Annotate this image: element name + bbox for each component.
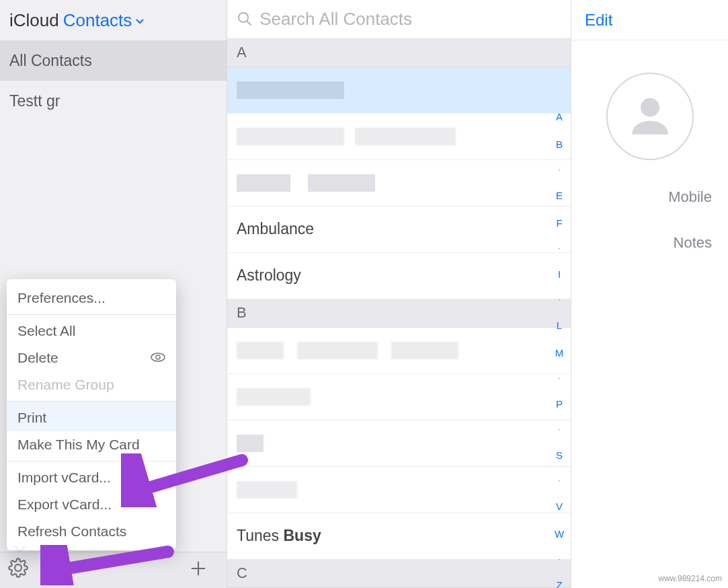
redacted-name [391,342,458,359]
search-field[interactable] [227,0,571,39]
alpha-index-letter[interactable]: S [556,449,563,461]
menu-rename-group: Rename Group [7,371,176,398]
detail-toolbar: Edit [571,0,728,40]
settings-popover: Preferences... Select All Delete Rename … [7,279,176,550]
contact-name: Tunes Busy [237,527,321,545]
alpha-index-letter[interactable]: Z [556,579,562,588]
redacted-name [355,128,456,145]
svg-point-1 [156,355,160,359]
alpha-index-letter[interactable]: A [556,111,563,122]
redacted-name [237,81,344,99]
alpha-index-letter[interactable]: E [556,190,563,201]
menu-delete[interactable]: Delete [7,344,176,371]
search-icon [237,10,253,28]
svg-point-6 [641,98,659,117]
menu-make-my-card[interactable]: Make This My Card [7,431,176,458]
brand-label: iCloud [9,10,59,31]
menu-refresh-contacts[interactable]: Refresh Contacts [7,518,176,545]
sidebar: iCloud Contacts All Contacts Testt gr Pr… [0,0,227,588]
alpha-index-letter[interactable]: · [559,296,561,303]
notes-field-label: Notes [571,234,728,252]
search-input[interactable] [259,9,571,30]
alpha-index-letter[interactable]: M [555,347,564,359]
alpha-index-letter[interactable]: · [559,375,561,382]
contact-name: Astrology [237,266,301,285]
section-dropdown[interactable]: Contacts [63,10,146,31]
contact-detail: Edit Mobile Notes [571,0,728,588]
contact-row[interactable]: Ambulance [227,207,571,253]
alpha-index-letter[interactable]: V [556,501,563,512]
sidebar-item-all-contacts[interactable]: All Contacts [0,40,227,81]
sidebar-header: iCloud Contacts [0,0,227,40]
section-label: Contacts [63,10,132,31]
svg-line-5 [247,21,251,25]
redacted-name [308,174,375,192]
mobile-field-label: Mobile [571,188,728,206]
contact-name: Ambulance [237,220,314,238]
contact-list: A Ambulance Astrology B [227,0,571,588]
sidebar-item-label: All Contacts [9,52,92,70]
alpha-index-letter[interactable]: I [558,268,561,280]
redacted-name [237,435,264,452]
alpha-index-letter[interactable]: · [559,556,561,563]
alpha-index-letter[interactable]: B [556,139,563,150]
contact-row[interactable] [227,374,571,420]
contact-row[interactable] [227,420,571,467]
menu-preferences[interactable]: Preferences... [7,285,176,311]
contact-row[interactable] [227,467,571,513]
alpha-index-letter[interactable]: W [555,528,564,540]
alpha-index-letter[interactable]: L [557,320,562,331]
contact-row[interactable] [227,67,571,114]
sidebar-footer [0,552,227,588]
alpha-index-letter[interactable]: · [559,477,561,484]
alpha-index-letter[interactable]: F [556,217,562,229]
section-header-b: B [227,299,571,328]
redacted-name [237,174,290,192]
eye-icon [151,351,165,365]
section-header-c: C [227,560,571,588]
contact-row[interactable]: Tunes Busy [227,513,571,560]
redacted-name [237,388,311,406]
svg-point-0 [151,353,165,361]
add-icon[interactable] [189,557,208,583]
contact-row[interactable] [227,328,571,374]
alpha-index-letter[interactable]: · [559,245,561,252]
menu-export-vcard[interactable]: Export vCard... [7,491,176,518]
avatar-wrap [571,40,728,160]
contact-row[interactable]: Astrology [227,253,571,299]
section-header-a: A [227,39,571,67]
alpha-index-letter[interactable]: · [559,426,561,433]
menu-import-vcard[interactable]: Import vCard... [7,461,176,491]
avatar-placeholder [606,73,694,160]
redacted-name [237,128,344,145]
watermark: www.989214.com [656,573,724,584]
redacted-name [297,342,378,359]
edit-button[interactable]: Edit [585,11,612,30]
alpha-index-letter[interactable]: · [559,166,561,174]
contact-row[interactable] [227,160,571,207]
menu-select-all[interactable]: Select All [7,314,176,344]
sidebar-item-label: Testt gr [9,92,60,110]
person-icon [623,89,677,143]
alphabet-index[interactable]: AB·EF·I·LM·P·S·VW·Z# [552,111,567,588]
alpha-index-letter[interactable]: P [556,398,563,410]
menu-print[interactable]: Print [7,401,176,431]
chevron-down-icon [134,10,145,31]
gear-icon[interactable] [8,557,28,583]
contact-row[interactable] [227,114,571,160]
redacted-name [237,342,284,359]
sidebar-item-group[interactable]: Testt gr [0,81,227,121]
redacted-name [237,481,297,499]
